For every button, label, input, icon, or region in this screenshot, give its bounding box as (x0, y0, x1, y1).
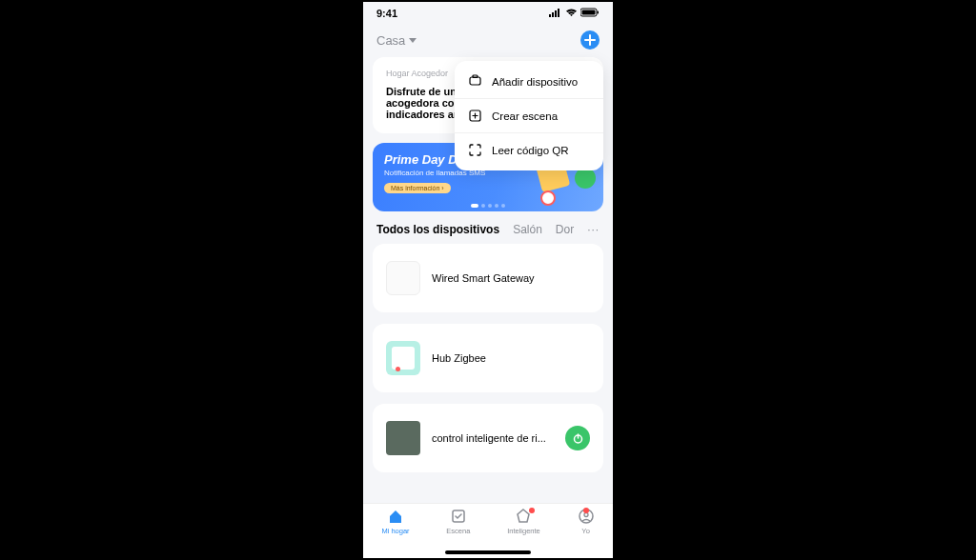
nav-me[interactable]: Yo (578, 508, 595, 558)
status-time: 9:41 (376, 8, 397, 19)
menu-label: Añadir dispositivo (492, 76, 578, 88)
home-icon (387, 508, 404, 525)
svg-rect-8 (473, 75, 478, 78)
home-selector[interactable]: Casa (376, 33, 417, 48)
device-thumbnail (386, 341, 420, 375)
svg-rect-6 (598, 11, 600, 14)
device-thumbnail (386, 421, 420, 455)
nav-label: Escena (446, 527, 470, 535)
device-name: control inteligente de ri... (432, 432, 554, 444)
device-name: Hub Zigbee (432, 352, 590, 364)
menu-item-create-scene[interactable]: Crear escena (455, 98, 603, 132)
tab-living-room[interactable]: Salón (513, 223, 542, 236)
tab-bedroom[interactable]: Dor (556, 223, 574, 236)
nav-label: Yo (581, 527, 590, 535)
battery-icon (580, 8, 600, 19)
status-icons (549, 8, 600, 19)
menu-label: Leer código QR (492, 145, 569, 156)
promo-art (540, 190, 556, 206)
nav-label: Mi hogar (381, 527, 409, 535)
svg-rect-2 (555, 10, 557, 17)
home-indicator (445, 550, 531, 554)
menu-item-add-device[interactable]: Añadir dispositivo (455, 65, 603, 98)
device-card[interactable]: Hub Zigbee (373, 324, 603, 392)
app-header: Casa (363, 23, 613, 57)
qr-icon (468, 143, 482, 157)
signal-icon (549, 8, 562, 19)
device-list: Wired Smart Gateway Hub Zigbee control i… (363, 244, 613, 472)
device-power-button[interactable] (565, 426, 590, 450)
menu-label: Crear escena (492, 110, 558, 122)
wifi-icon (565, 8, 578, 19)
badge-icon (529, 508, 535, 513)
device-card[interactable]: control inteligente de ri... (373, 404, 603, 472)
scene-icon (450, 508, 467, 525)
svg-marker-12 (518, 510, 529, 522)
room-tabs: Todos los dispositivos Salón Dor ··· (363, 223, 613, 244)
tab-all-devices[interactable]: Todos los dispositivos (376, 223, 499, 236)
svg-rect-3 (558, 9, 559, 17)
phone-screen: 9:41 Casa Añadir dispositiv (363, 2, 613, 558)
promo-cta-button[interactable]: Más información › (384, 183, 451, 193)
bottom-nav: Mi hogar Escena Inteligente Yo (363, 503, 613, 558)
promo-pagination (471, 204, 505, 208)
svg-rect-1 (552, 12, 554, 17)
svg-rect-0 (549, 14, 551, 17)
device-card[interactable]: Wired Smart Gateway (373, 244, 603, 312)
add-dropdown-menu: Añadir dispositivo Crear escena Leer cód… (455, 61, 603, 170)
badge-icon (583, 508, 589, 513)
status-bar: 9:41 (363, 2, 613, 23)
home-label: Casa (376, 33, 405, 48)
menu-item-scan-qr[interactable]: Leer código QR (455, 132, 603, 167)
nav-home[interactable]: Mi hogar (381, 508, 409, 558)
svg-rect-7 (470, 77, 480, 85)
add-button[interactable] (580, 30, 600, 50)
device-thumbnail (386, 261, 420, 295)
device-icon (468, 74, 482, 89)
svg-point-14 (584, 513, 588, 517)
nav-label: Inteligente (507, 527, 540, 535)
chevron-down-icon (409, 38, 417, 43)
svg-rect-5 (582, 10, 596, 15)
tab-more-button[interactable]: ··· (587, 223, 600, 236)
device-name: Wired Smart Gateway (432, 272, 590, 284)
scene-icon (468, 109, 482, 123)
